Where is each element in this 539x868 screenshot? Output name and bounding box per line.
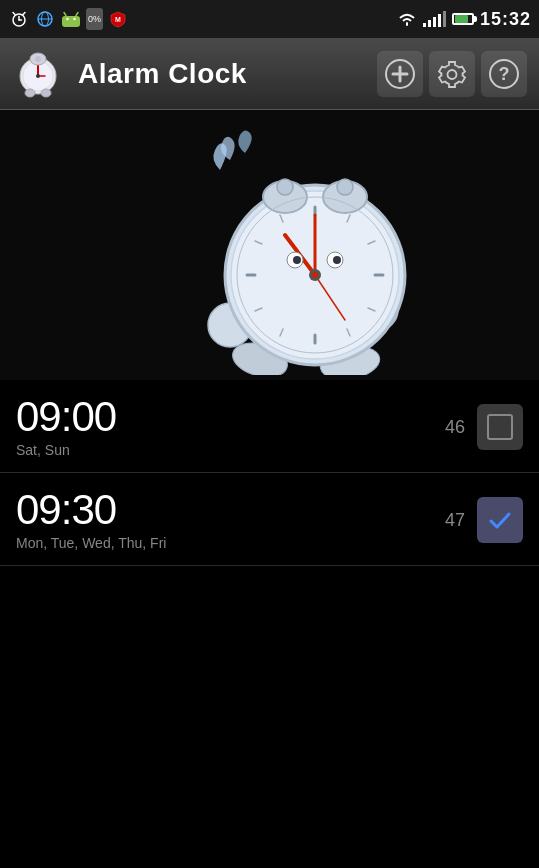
clock-illustration [0, 110, 539, 380]
alarm-time-1: 09:00 [16, 396, 437, 438]
alarm-right-2: 47 [437, 497, 523, 543]
wifi-icon [397, 11, 417, 27]
alarm-days-1: Sat, Sun [16, 442, 437, 458]
alarm-number-1: 46 [437, 417, 465, 438]
status-icons-left: 0% M [8, 8, 129, 30]
svg-text:?: ? [499, 64, 510, 84]
settings-button[interactable] [429, 51, 475, 97]
svg-line-3 [13, 13, 15, 15]
alarm-right-1: 46 [437, 404, 523, 450]
empty-area [0, 566, 539, 806]
settings-icon [436, 58, 468, 90]
svg-point-60 [293, 256, 301, 264]
svg-point-62 [333, 256, 341, 264]
svg-point-10 [73, 18, 75, 20]
clock-character-svg [130, 115, 410, 375]
alarm-status-icon [8, 8, 30, 30]
alarm-item-1[interactable]: 09:00 Sat, Sun 46 [0, 380, 539, 473]
mcafee-status-icon: M [107, 8, 129, 30]
svg-line-4 [23, 13, 25, 15]
app-logo [12, 48, 64, 100]
svg-point-19 [41, 89, 51, 97]
svg-point-26 [448, 70, 457, 79]
main-content: 09:00 Sat, Sun 46 09:30 Mon, Tue, Wed, T… [0, 110, 539, 806]
help-icon: ? [488, 58, 520, 90]
checked-icon-2 [487, 507, 513, 533]
svg-point-58 [312, 272, 318, 278]
svg-point-18 [25, 89, 35, 97]
help-button[interactable]: ? [481, 51, 527, 97]
percent-status-icon: 0% [86, 8, 103, 30]
add-icon [384, 58, 416, 90]
app-title: Alarm Clock [78, 58, 377, 90]
alarm-days-2: Mon, Tue, Wed, Thu, Fri [16, 535, 437, 551]
svg-point-40 [337, 179, 353, 195]
add-alarm-button[interactable] [377, 51, 423, 97]
browser-status-icon [34, 8, 56, 30]
battery-icon [452, 13, 474, 25]
status-bar: 0% M 15:32 [0, 0, 539, 38]
svg-point-17 [35, 56, 41, 62]
svg-line-11 [64, 13, 66, 16]
alarm-info-2: 09:30 Mon, Tue, Wed, Thu, Fri [16, 489, 437, 551]
status-time: 15:32 [480, 9, 531, 30]
android-status-icon [60, 8, 82, 30]
alarm-toggle-1[interactable] [477, 404, 523, 450]
svg-point-22 [36, 74, 40, 78]
svg-line-12 [76, 13, 78, 16]
app-header: Alarm Clock ? [0, 38, 539, 110]
signal-icon [423, 11, 446, 27]
alarm-number-2: 47 [437, 510, 465, 531]
alarm-info-1: 09:00 Sat, Sun [16, 396, 437, 458]
empty-check-icon-1 [487, 414, 513, 440]
alarm-time-2: 09:30 [16, 489, 437, 531]
status-icons-right: 15:32 [397, 9, 531, 30]
alarm-toggle-2[interactable] [477, 497, 523, 543]
svg-rect-8 [62, 16, 80, 27]
svg-point-9 [66, 18, 68, 20]
alarm-item-2[interactable]: 09:30 Mon, Tue, Wed, Thu, Fri 47 [0, 473, 539, 566]
svg-point-38 [277, 179, 293, 195]
svg-text:M: M [115, 16, 121, 23]
header-actions: ? [377, 51, 527, 97]
